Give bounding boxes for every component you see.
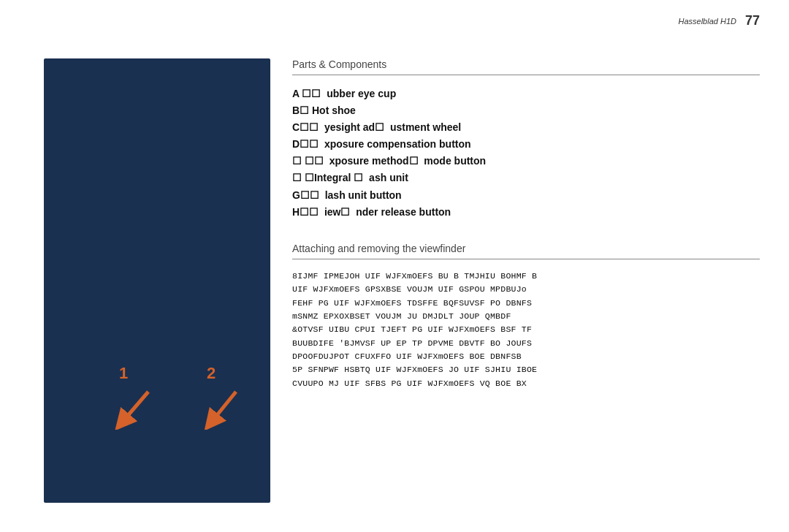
parts-item-2: B☐ Hot shoe bbox=[292, 102, 760, 119]
page-number: 77 bbox=[745, 13, 760, 28]
arrow-item-2: 2 bbox=[201, 364, 245, 430]
svg-line-1 bbox=[122, 392, 148, 422]
body-line-5: &OTVSF UIBU CPUI TJEFT PG UIF WJFXmOEFS … bbox=[292, 323, 760, 336]
main-content: 1 2 bbox=[0, 0, 789, 532]
body-line-4: mSNMZ EPXOXBSET VOUJM JU DMJDLT JOUP QMB… bbox=[292, 310, 760, 323]
body-line-6: BUUBDIFE 'BJMVSF UP EP TP DPVME DBVTF BO… bbox=[292, 337, 760, 350]
arrow-number-2: 2 bbox=[207, 364, 216, 383]
parts-item-7: G☐☐ lash unit button bbox=[292, 187, 760, 204]
arrow-item-1: 1 bbox=[113, 364, 157, 430]
brand-title: Hasselblad H1D bbox=[678, 17, 736, 26]
body-line-7: DPOOFDUJPOT CFUXFFO UIF WJFXmOEFS BOE DB… bbox=[292, 350, 760, 363]
section2-title: Attaching and removing the viewfinder bbox=[292, 243, 760, 254]
section2: Attaching and removing the viewfinder 8I… bbox=[292, 243, 760, 391]
arrow-down-left-1 bbox=[113, 386, 157, 430]
body-line-8: 5P SFNPWF HSBTQ UIF WJFXmOEFS JO UIF SJH… bbox=[292, 363, 760, 376]
arrow-down-left-2 bbox=[201, 386, 245, 430]
parts-item-8: H☐☐ iew☐ nder release button bbox=[292, 204, 760, 221]
parts-item-5: ☐ ☐☐ xposure method☐ mode button bbox=[292, 153, 760, 170]
parts-item-3: C☐☐ yesight ad☐ ustment wheel bbox=[292, 119, 760, 136]
arrow-number-1: 1 bbox=[119, 364, 128, 383]
section2-divider bbox=[292, 259, 760, 259]
body-line-9: CVUUPO MJ UIF SFBS PG UIF WJFXmOEFS VQ B… bbox=[292, 377, 760, 390]
section1-title: Parts & Components bbox=[292, 58, 760, 70]
arrows-container: 1 2 bbox=[44, 364, 270, 459]
parts-components-section: Parts & Components A ☐☐ ubber eye cup B☐… bbox=[292, 58, 760, 221]
left-panel: 1 2 bbox=[44, 58, 270, 503]
parts-item-1: A ☐☐ ubber eye cup bbox=[292, 86, 760, 102]
body-line-2: UIF WJFXmOEFS GPSXBSE VOUJM UIF GSPOU MP… bbox=[292, 283, 760, 296]
section1-divider bbox=[292, 75, 760, 75]
svg-line-3 bbox=[211, 392, 236, 422]
section2-body: 8IJMF IPMEJOH UIF WJFXmOEFS BU B TMJHIU … bbox=[292, 270, 760, 391]
body-line-1: 8IJMF IPMEJOH UIF WJFXmOEFS BU B TMJHIU … bbox=[292, 270, 760, 283]
page-header: Hasselblad H1D 77 bbox=[678, 13, 760, 28]
body-line-3: FEHF PG UIF WJFXmOEFS TDSFFE BQFSUVSF PO… bbox=[292, 297, 760, 310]
parts-item-4: D☐☐ xposure compensation button bbox=[292, 136, 760, 153]
parts-item-6: ☐ ☐Integral ☐ ash unit bbox=[292, 170, 760, 186]
right-panel: Parts & Components A ☐☐ ubber eye cup B☐… bbox=[292, 58, 760, 503]
